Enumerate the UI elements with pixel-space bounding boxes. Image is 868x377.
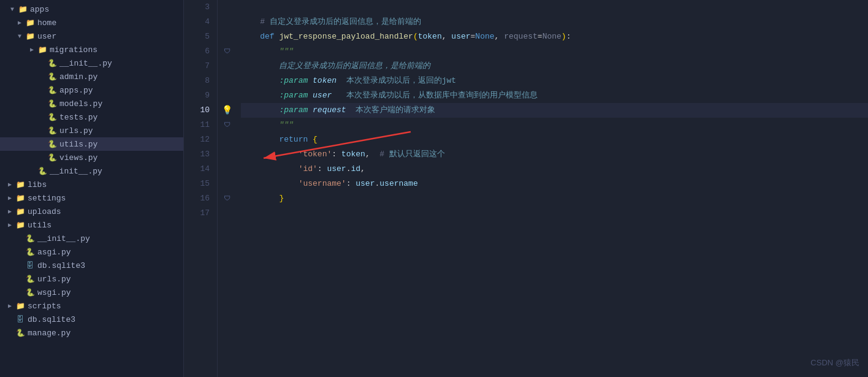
arrow-icon: ▼ [7, 6, 17, 13]
sidebar-item-asgi-py[interactable]: 🐍 asgi.py [0, 245, 183, 259]
param-request-doc: request [313, 105, 346, 115]
code-line-3 [241, 0, 868, 15]
docstring-open: """ [279, 47, 293, 56]
gutter-9 [218, 88, 236, 103]
file-tree[interactable]: ▼ 📁 apps ▶ 📁 home ▼ 📁 user ▶ 📁 migration… [0, 0, 184, 377]
sidebar-item-db-sqlite3[interactable]: 🗄 db.sqlite3 [0, 259, 183, 272]
py-file-icon: 🐍 [47, 113, 58, 122]
line-num-8: 8 [189, 74, 210, 88]
code-line-13: 'token': token, # 默认只返回这个 [241, 147, 868, 162]
key-username: 'username' [299, 179, 346, 188]
gutter-16: 🛡 [218, 191, 236, 206]
arrow-icon: ▶ [27, 46, 37, 53]
param-token-doc: token [313, 76, 337, 85]
shield-icon: 🛡 [224, 118, 230, 132]
folder-icon: 📁 [25, 32, 36, 41]
line-num-7: 7 [189, 59, 210, 74]
gutter-11: 🛡 [218, 118, 236, 132]
folder-icon: 📁 [15, 194, 26, 203]
arrow-icon: ▶ [5, 302, 15, 310]
code-editor[interactable]: 3 4 5 6 7 8 9 10 11 12 13 14 15 16 17 🛡 … [184, 0, 868, 377]
py-file-icon: 🐍 [47, 153, 58, 162]
line-num-17: 17 [189, 206, 210, 221]
sidebar-item-apps[interactable]: ▼ 📁 apps [0, 2, 183, 16]
sidebar-item-migrations[interactable]: ▶ 📁 migrations [0, 43, 183, 56]
sidebar-item-utils-py[interactable]: 🐍 utils.py [0, 137, 183, 151]
keyword-return: return [279, 135, 308, 144]
sidebar-item-urls-root-py[interactable]: 🐍 urls.py [0, 272, 183, 286]
gutter-4 [218, 15, 236, 29]
folder-icon: 📁 [17, 5, 28, 14]
param-keyword-1: :param [279, 76, 308, 85]
gutter-3 [218, 0, 236, 15]
line-num-9: 9 [189, 88, 210, 103]
param-token-desc: 本次登录成功以后，返回的jwt [346, 76, 456, 85]
gutter-5 [218, 29, 236, 44]
val-user-username: user [356, 179, 375, 188]
val-token: token [341, 150, 365, 159]
param-request-desc: 本次客户端的请求对象 [356, 105, 435, 115]
sidebar-item-init-py[interactable]: 🐍 __init__.py [0, 56, 183, 70]
code-content: 3 4 5 6 7 8 9 10 11 12 13 14 15 16 17 🛡 … [184, 0, 868, 377]
sidebar-item-uploads[interactable]: ▶ 📁 uploads [0, 205, 183, 218]
db-file-icon: 🗄 [15, 315, 26, 324]
gutter-7 [218, 59, 236, 74]
gutter-14 [218, 162, 236, 177]
sidebar-item-home[interactable]: ▶ 📁 home [0, 16, 183, 29]
sidebar-item-apps-py[interactable]: 🐍 apps.py [0, 83, 183, 97]
sidebar-item-init-user-root[interactable]: 🐍 __init__.py [0, 164, 183, 178]
sidebar-item-db-root[interactable]: 🗄 db.sqlite3 [0, 313, 183, 326]
py-file-icon: 🐍 [25, 234, 36, 243]
param-keyword-3: :param [279, 105, 308, 115]
py-file-icon: 🐍 [47, 126, 58, 135]
sidebar-item-user[interactable]: ▼ 📁 user [0, 29, 183, 43]
line-num-10: 10 [189, 103, 210, 118]
folder-icon: 📁 [15, 207, 26, 216]
gutter-12 [218, 132, 236, 147]
gutter-10[interactable]: 💡 [218, 103, 236, 118]
code-lines: # 自定义登录成功后的返回信息，是给前端的 def jwt_response_p… [236, 0, 868, 377]
param-request: request [504, 32, 538, 41]
line-num-13: 13 [189, 147, 210, 162]
gutter-17 [218, 206, 236, 221]
sidebar-item-tests-py[interactable]: 🐍 tests.py [0, 110, 183, 124]
code-line-9: :param user 本次登录成功以后，从数据库中查询到的用户模型信息 [241, 88, 868, 103]
line-num-14: 14 [189, 162, 210, 177]
code-line-17 [241, 206, 868, 221]
sidebar-item-init-root-py[interactable]: 🐍 __init__.py [0, 232, 183, 245]
folder-icon: 📁 [25, 18, 36, 28]
code-line-4: # 自定义登录成功后的返回信息，是给前端的 [241, 15, 868, 29]
code-line-11: """ [241, 118, 868, 132]
code-line-14: 'id': user.id, [241, 162, 868, 177]
docstring-close: """ [279, 120, 293, 129]
line-num-16: 16 [189, 191, 210, 206]
bulb-icon[interactable]: 💡 [222, 103, 232, 118]
sidebar-item-views-py[interactable]: 🐍 views.py [0, 151, 183, 164]
arrow-icon: ▶ [5, 208, 15, 215]
code-line-5: def jwt_response_payload_handler(token, … [241, 29, 868, 44]
sidebar-item-admin-py[interactable]: 🐍 admin.py [0, 70, 183, 83]
sidebar-item-urls-py[interactable]: 🐍 urls.py [0, 124, 183, 137]
sidebar-item-settings[interactable]: ▶ 📁 settings [0, 191, 183, 205]
param-user-desc: 本次登录成功以后，从数据库中查询到的用户模型信息 [346, 91, 538, 100]
arrow-icon: ▼ [15, 33, 25, 40]
folder-icon: 📁 [15, 180, 26, 189]
sidebar-item-manage-py[interactable]: 🐍 manage.py [0, 326, 183, 340]
py-file-icon: 🐍 [47, 72, 58, 82]
sidebar-item-libs[interactable]: ▶ 📁 libs [0, 178, 183, 191]
sidebar-item-wsgi-py[interactable]: 🐍 wsgi.py [0, 286, 183, 299]
comment-token: 默认只返回这个 [389, 150, 445, 159]
py-file-icon: 🐍 [47, 140, 58, 149]
line-num-5: 5 [189, 29, 210, 44]
watermark: CSDN @猿民 [810, 357, 859, 368]
line-numbers: 3 4 5 6 7 8 9 10 11 12 13 14 15 16 17 [184, 0, 218, 377]
sidebar-item-utils-root[interactable]: ▶ 📁 utils [0, 218, 183, 232]
py-file-icon: 🐍 [15, 329, 26, 338]
sidebar-item-models-py[interactable]: 🐍 models.py [0, 97, 183, 110]
shield-icon: 🛡 [224, 44, 230, 59]
gutter: 🛡 💡 🛡 🛡 [218, 0, 236, 377]
code-line-6: """ [241, 44, 868, 59]
py-file-icon: 🐍 [25, 288, 36, 297]
gutter-8 [218, 74, 236, 88]
sidebar-item-scripts[interactable]: ▶ 📁 scripts [0, 299, 183, 313]
